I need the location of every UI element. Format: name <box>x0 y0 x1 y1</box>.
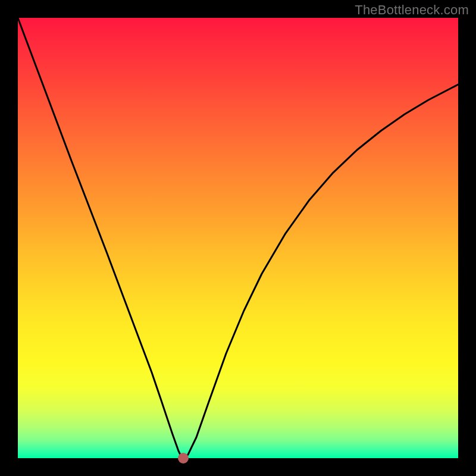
plot-area <box>18 18 458 458</box>
bottleneck-curve <box>18 18 458 458</box>
chart-container: TheBottleneck.com <box>0 0 476 476</box>
optimal-point-marker <box>178 453 189 464</box>
watermark-text: TheBottleneck.com <box>355 2 469 18</box>
curve-svg <box>18 18 458 458</box>
